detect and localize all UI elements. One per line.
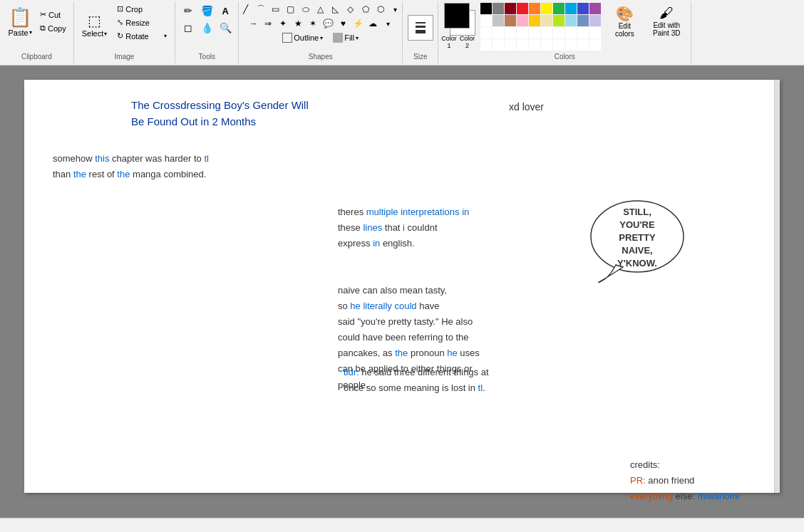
text-tool[interactable]: A: [217, 3, 234, 19]
palette-color[interactable]: [565, 27, 577, 38]
color1-label: Color1: [441, 36, 457, 50]
outline-dropdown[interactable]: Outline ▾: [279, 31, 326, 44]
canvas[interactable]: The Crossdressing Boy's Gender Will Be F…: [24, 80, 780, 493]
crop-button[interactable]: ⊡ Crop: [113, 3, 170, 15]
palette-color[interactable]: [529, 27, 540, 38]
palette-color[interactable]: [541, 39, 552, 51]
triangle-shape[interactable]: △: [314, 3, 328, 16]
note-line1: naive can also mean tasty,: [338, 283, 545, 298]
palette-color[interactable]: [480, 39, 492, 51]
paste-icon: 📋: [9, 6, 31, 28]
magnify-tool[interactable]: 🔍: [217, 20, 234, 36]
cloud-shape[interactable]: ☁: [366, 17, 380, 30]
palette-color[interactable]: [589, 15, 601, 26]
edit-colors-button[interactable]: 🎨 Edit colors: [607, 3, 642, 40]
right-triangle-shape[interactable]: ◺: [329, 3, 343, 16]
note-line3: said "you're pretty tasty." He also: [338, 314, 545, 330]
palette-color[interactable]: [505, 15, 516, 26]
palette-color[interactable]: [541, 27, 552, 38]
rotate-button[interactable]: ↻ Rotate ▾: [113, 30, 170, 42]
size-selector[interactable]: [408, 15, 433, 41]
ellipse-shape[interactable]: ⬭: [299, 3, 313, 16]
palette-color[interactable]: [517, 3, 528, 14]
palette-color[interactable]: [493, 3, 504, 14]
canvas-title-line1: The Crossdressing Boy's Gender Will: [131, 98, 309, 114]
toolbar: 📋 Paste ▾ ✂ Cut ⧉ Copy: [0, 0, 804, 66]
palette-color[interactable]: [493, 15, 504, 26]
line-shape[interactable]: ╱: [239, 3, 253, 16]
palette-color[interactable]: [529, 3, 540, 14]
star5-shape[interactable]: ★: [291, 17, 305, 30]
rect-shape[interactable]: ▭: [269, 3, 283, 16]
palette-color[interactable]: [553, 27, 565, 38]
palette-color[interactable]: [505, 27, 516, 38]
palette-color[interactable]: [517, 39, 528, 51]
callout-shape[interactable]: 💬: [321, 17, 335, 30]
diamond-shape[interactable]: ◇: [344, 3, 358, 16]
paste-button[interactable]: 📋 Paste ▾: [4, 3, 36, 40]
palette-color[interactable]: [565, 3, 577, 14]
star6-shape[interactable]: ✶: [306, 17, 320, 30]
palette-color[interactable]: [493, 27, 504, 38]
image-group: ⬚ Select ▾ ⊡ Crop ⤡ Resize ↻ Rotate: [74, 1, 176, 63]
palette-color[interactable]: [541, 3, 552, 14]
fill-dropdown[interactable]: Fill ▾: [329, 31, 362, 44]
speech-bubble: STILL, YOU'RE PRETTY NAIVE, Y'KNOW.: [587, 197, 687, 276]
status-bar: [0, 518, 804, 532]
note-line4: could have been referring to the: [338, 330, 545, 345]
palette-color[interactable]: [480, 15, 492, 26]
palette-color[interactable]: [553, 3, 565, 14]
cut-button[interactable]: ✂ Cut: [37, 9, 69, 21]
palette-color[interactable]: [589, 3, 601, 14]
palette-color[interactable]: [505, 39, 516, 51]
palette-color[interactable]: [541, 15, 552, 26]
palette-color[interactable]: [480, 3, 492, 14]
palette-color[interactable]: [553, 15, 565, 26]
palette-color[interactable]: [553, 39, 565, 51]
palette-color[interactable]: [493, 39, 504, 51]
palette-color[interactable]: [529, 39, 540, 51]
annotation-line2: these lines that i couldnt: [338, 220, 537, 236]
crop-icon: ⊡: [117, 4, 123, 14]
palette-color[interactable]: [577, 27, 589, 38]
everything-label: everything else: miwanomi: [630, 489, 739, 504]
palette-color[interactable]: [577, 39, 589, 51]
palette-color[interactable]: [505, 3, 516, 14]
hexagon-shape[interactable]: ⬡: [373, 3, 388, 16]
star4-shape[interactable]: ✦: [276, 17, 290, 30]
arrow-shape[interactable]: →: [246, 17, 260, 30]
svg-text:NAIVE,: NAIVE,: [622, 245, 652, 256]
fill-arrow-icon: ▾: [356, 35, 359, 41]
palette-color[interactable]: [577, 15, 589, 26]
rounded-rect-shape[interactable]: ▢: [284, 3, 298, 16]
arrow2-shape[interactable]: ⇒: [261, 17, 275, 30]
edit-paint3d-button[interactable]: 🖌 Edit with Paint 3D: [645, 3, 688, 39]
select-button[interactable]: ⬚ Select ▾: [78, 3, 111, 47]
palette-color[interactable]: [565, 15, 577, 26]
palette-color[interactable]: [517, 15, 528, 26]
canvas-comment: somehow this chapter was harder to tl th…: [53, 151, 209, 182]
palette-color[interactable]: [565, 39, 577, 51]
color1-selector[interactable]: [444, 3, 470, 28]
copy-button[interactable]: ⧉ Copy: [37, 22, 69, 34]
resize-button[interactable]: ⤡ Resize: [113, 16, 170, 28]
fill-tool[interactable]: 🪣: [198, 3, 215, 19]
pentagon-shape[interactable]: ⬠: [359, 3, 373, 16]
canvas-title-line2: Be Found Out in 2 Months: [131, 114, 309, 130]
palette-color[interactable]: [577, 3, 589, 14]
palette-color[interactable]: [529, 15, 540, 26]
heart-shape[interactable]: ♥: [336, 17, 350, 30]
curve-shape[interactable]: ⌒: [254, 3, 268, 16]
palette-color[interactable]: [589, 27, 601, 38]
more-shapes[interactable]: ▾: [388, 3, 403, 16]
palette-color[interactable]: [589, 39, 601, 51]
palette-color[interactable]: [480, 27, 492, 38]
palette-color[interactable]: [517, 27, 528, 38]
color-picker-tool[interactable]: 💧: [198, 20, 215, 36]
lightning-shape[interactable]: ⚡: [351, 17, 365, 30]
eraser-tool[interactable]: ◻: [180, 20, 197, 36]
pencil-tool[interactable]: ✏: [180, 3, 197, 19]
scrollbar[interactable]: [774, 80, 780, 493]
more2-shapes[interactable]: ▾: [381, 17, 395, 30]
edit-paint3d-label: Edit with Paint 3D: [653, 21, 680, 37]
